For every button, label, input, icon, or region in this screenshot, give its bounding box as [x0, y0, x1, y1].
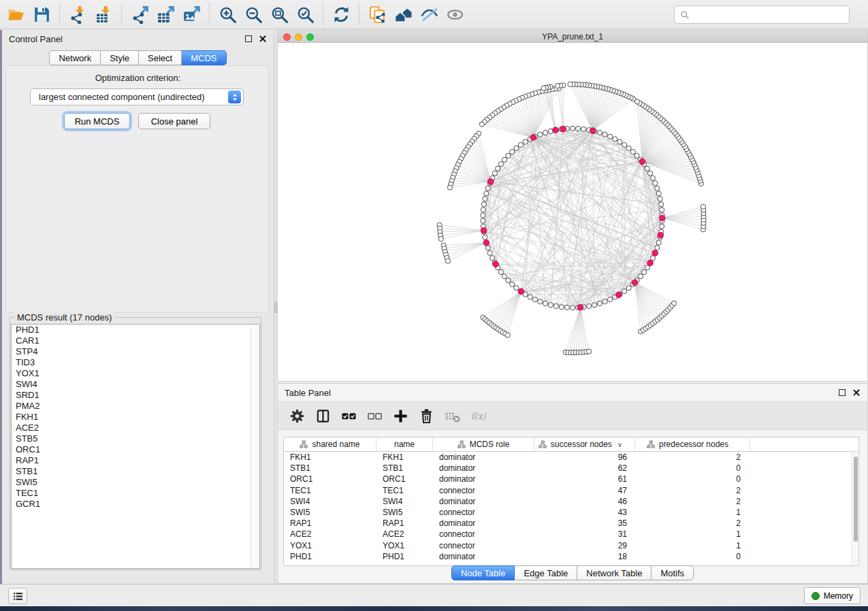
mcds-node-item[interactable]: SWI4 [12, 379, 259, 390]
network-node[interactable] [634, 153, 639, 158]
network-node[interactable] [613, 137, 617, 142]
network-node[interactable] [543, 130, 547, 135]
tab-select[interactable]: Select [139, 50, 182, 65]
network-node[interactable] [650, 256, 655, 261]
table-row-STB1[interactable]: STB1STB1dominator620 [284, 463, 858, 474]
network-node[interactable] [602, 299, 607, 304]
network-leaf-node[interactable] [671, 301, 676, 306]
network-node[interactable] [564, 305, 569, 310]
network-hub-node[interactable] [659, 215, 665, 221]
network-hub-node[interactable] [493, 261, 499, 267]
column-header-name[interactable]: name [376, 437, 433, 451]
network-hub-node[interactable] [577, 304, 583, 310]
network-node[interactable] [485, 186, 490, 191]
network-node[interactable] [481, 213, 485, 218]
export-image-button[interactable] [178, 2, 204, 27]
close-table-panel-icon[interactable] [852, 389, 861, 397]
network-node[interactable] [570, 126, 575, 131]
table-row-PHD1[interactable]: PHD1PHD1dominator180 [284, 551, 858, 562]
network-node[interactable] [484, 191, 489, 196]
network-hub-node[interactable] [632, 280, 638, 286]
network-node[interactable] [510, 150, 515, 154]
task-history-button[interactable] [8, 588, 27, 604]
network-node[interactable] [581, 127, 586, 131]
column-header-shared-name[interactable]: shared name [284, 437, 376, 451]
table-row-SWI5[interactable]: SWI5SWI5connector431 [284, 507, 858, 518]
network-leaf-node[interactable] [445, 259, 450, 263]
network-node[interactable] [528, 295, 532, 299]
network-node[interactable] [607, 297, 612, 302]
network-node[interactable] [630, 150, 635, 154]
network-hub-node[interactable] [518, 288, 524, 295]
network-node[interactable] [570, 306, 575, 310]
network-node[interactable] [647, 171, 652, 176]
window-close-icon[interactable] [283, 33, 291, 41]
hide-selected-button[interactable] [416, 2, 442, 27]
table-row-FKH1[interactable]: FKH1FKH1dominator962 [284, 452, 858, 463]
refresh-button[interactable] [328, 2, 354, 27]
network-canvas[interactable] [278, 44, 867, 381]
network-node[interactable] [481, 208, 485, 212]
export-table-button[interactable] [152, 2, 178, 27]
mcds-node-item[interactable]: TEC1 [12, 488, 259, 499]
mcds-node-item[interactable]: PMA2 [12, 401, 259, 412]
table-tab-node-table[interactable]: Node Table [451, 565, 515, 580]
mcds-node-item[interactable]: YOX1 [12, 368, 259, 379]
close-panel-icon[interactable] [259, 35, 267, 43]
import-network-button[interactable] [65, 2, 91, 27]
criterion-dropdown[interactable]: largest connected component (undirected) [30, 88, 244, 105]
run-mcds-button[interactable]: Run MCDS [64, 113, 130, 129]
network-node[interactable] [496, 166, 500, 171]
mcds-result-list[interactable]: PHD1CAR1STP4TID3YOX1SWI4SRD1PMA2FKH1ACE2… [11, 324, 260, 569]
table-row-SWI4[interactable]: SWI4SWI4dominator462 [284, 496, 858, 507]
network-window-titlebar[interactable]: YPA_prune.txt_1 [278, 31, 867, 43]
deselect-all-button[interactable] [365, 406, 385, 426]
network-leaf-node[interactable] [505, 333, 510, 337]
network-node[interactable] [650, 176, 655, 180]
table-tab-motifs[interactable]: Motifs [652, 565, 694, 580]
table-scrollbar[interactable] [852, 452, 858, 565]
network-hub-node[interactable] [647, 260, 654, 266]
network-hub-node[interactable] [590, 128, 596, 134]
network-node[interactable] [597, 301, 602, 306]
network-node[interactable] [576, 126, 581, 131]
network-node[interactable] [483, 197, 487, 201]
column-header-MCDS-role[interactable]: MCDS role [433, 437, 534, 451]
network-node[interactable] [483, 235, 487, 240]
network-hub-node[interactable] [616, 292, 622, 298]
network-hub-node[interactable] [530, 135, 536, 141]
table-scrollbar-thumb[interactable] [854, 457, 858, 542]
network-node[interactable] [498, 269, 503, 274]
network-node[interactable] [655, 246, 660, 250]
network-node[interactable] [655, 186, 660, 191]
network-node[interactable] [626, 146, 631, 150]
network-node[interactable] [481, 202, 486, 207]
network-node[interactable] [487, 250, 492, 255]
network-node[interactable] [592, 303, 597, 308]
column-header-predecessor-nodes[interactable]: predecessor nodes [635, 437, 750, 451]
zoom-in-button[interactable] [214, 2, 240, 27]
mcds-node-item[interactable]: GCR1 [12, 499, 259, 510]
network-node[interactable] [538, 132, 543, 137]
network-node[interactable] [622, 288, 627, 293]
export-network-button[interactable] [127, 2, 152, 27]
mcds-node-item[interactable]: TID3 [12, 357, 259, 368]
network-leaf-node[interactable] [479, 122, 484, 127]
network-hub-node[interactable] [483, 240, 489, 246]
network-hub-node[interactable] [487, 179, 494, 185]
network-hub-node[interactable] [481, 228, 487, 234]
network-leaf-node[interactable] [701, 204, 705, 209]
tab-style[interactable]: Style [101, 50, 139, 65]
show-hidden-button[interactable] [442, 2, 468, 27]
network-graph[interactable] [278, 44, 867, 381]
memory-button[interactable]: Memory [804, 587, 861, 604]
network-hub-node[interactable] [652, 250, 658, 257]
mcds-node-item[interactable]: STB1 [12, 466, 259, 477]
network-node[interactable] [617, 139, 622, 144]
duplicate-network-button[interactable] [364, 2, 390, 27]
mcds-node-item[interactable]: PHD1 [12, 325, 259, 335]
network-node[interactable] [523, 139, 528, 144]
network-node[interactable] [481, 218, 485, 223]
create-column-button[interactable] [391, 406, 411, 426]
network-leaf-node[interactable] [541, 86, 546, 90]
